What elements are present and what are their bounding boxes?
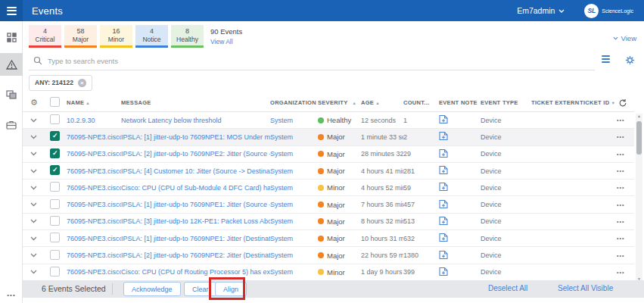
event-name-link[interactable]: 76095-NPE3.cisco.con (67, 150, 121, 158)
search-input[interactable] (48, 57, 502, 65)
row-actions-button[interactable]: ••• (617, 185, 636, 190)
row-expander[interactable] (30, 118, 50, 123)
event-name-link[interactable]: 76095-NPE3.cisco.con (67, 217, 121, 225)
event-message-link[interactable]: IPSLA: [1] jitter-udp-to 7609NPE1: MOS U… (121, 133, 270, 141)
severity-card-notice[interactable]: 4 Notice (135, 25, 168, 48)
event-message-link[interactable]: IPSLA: [3] jitter-udp-to 12K-PE1: Packet… (121, 217, 270, 225)
event-message-link[interactable]: IPSLA: [2] jitter-udp-to 7609NPE2: Jitte… (121, 251, 270, 259)
event-organization-link[interactable]: System (270, 251, 318, 259)
event-message-link[interactable]: IPSLA: [1] jitter-udp-to 7609NPE1: Jitte… (121, 201, 270, 208)
column-header-ticket-id[interactable]: TICKET ID▼ (580, 99, 617, 106)
row-expander[interactable] (30, 169, 50, 173)
event-organization-link[interactable]: System (270, 268, 318, 276)
row-checkbox[interactable] (50, 267, 60, 276)
event-note-button[interactable] (431, 114, 481, 126)
event-note-button[interactable] (431, 182, 481, 193)
select-all-checkbox[interactable] (50, 97, 60, 107)
row-actions-button[interactable]: ••• (617, 253, 636, 258)
event-note-button[interactable] (431, 267, 481, 278)
table-settings-gear-icon[interactable]: ⚙ (30, 98, 50, 108)
column-header-ticket-external-r[interactable]: TICKET EXTERNAL R... (531, 99, 580, 106)
row-checkbox[interactable] (50, 148, 60, 158)
row-actions-button[interactable]: ••• (617, 270, 636, 275)
column-header-count[interactable]: COUNT... (403, 99, 431, 106)
sidebar-item-dashboards[interactable] (0, 26, 23, 48)
scroll-up-icon[interactable]: ▲ (636, 114, 642, 118)
row-expander[interactable] (30, 270, 50, 274)
event-name-link[interactable]: 76095-NPE3.cisco.con (67, 201, 121, 208)
refresh-icon[interactable] (618, 98, 627, 108)
scrollbar-thumb[interactable] (636, 121, 642, 155)
severity-card-healthy[interactable]: 8 Healthy (171, 25, 204, 48)
clear-button[interactable]: Clear (184, 282, 217, 296)
row-expander[interactable] (30, 135, 50, 139)
row-expander[interactable] (30, 186, 50, 190)
row-expander[interactable] (30, 202, 50, 207)
row-expander[interactable] (30, 152, 50, 156)
row-actions-button[interactable]: ••• (617, 202, 636, 208)
row-checkbox[interactable] (50, 233, 60, 242)
row-actions-button[interactable]: ••• (617, 236, 636, 241)
row-checkbox[interactable] (50, 131, 60, 141)
event-note-button[interactable] (431, 233, 481, 244)
column-header-age[interactable]: AGE▲ (361, 99, 403, 106)
row-expander[interactable] (30, 236, 50, 241)
event-message-link[interactable]: IPSLA: [1] jitter-udp-to 7609NPE1: Jitte… (121, 235, 270, 242)
event-name-link[interactable]: 10.2.9.30 (67, 117, 121, 124)
event-note-button[interactable] (431, 148, 481, 160)
event-note-button[interactable] (431, 199, 481, 211)
filter-chip[interactable]: ANY: 214122 × (29, 75, 92, 91)
column-header-event-type[interactable]: EVENT TYPE (481, 99, 531, 106)
column-header-organization[interactable]: ORGANIZATION (270, 99, 318, 106)
row-actions-button[interactable]: ••• (617, 219, 636, 224)
select-all-visible-link[interactable]: Select All Visible (558, 284, 613, 292)
row-checkbox[interactable] (50, 199, 60, 209)
event-name-link[interactable]: 76095-NPE3.cisco.con (67, 167, 121, 175)
event-organization-link[interactable]: System (270, 184, 318, 192)
event-name-link[interactable]: 76095-NPE3.cisco.con (67, 268, 121, 276)
row-expander[interactable] (30, 219, 50, 223)
list-options-icon[interactable] (602, 55, 610, 65)
event-note-button[interactable] (431, 250, 481, 261)
user-menu[interactable]: Em7admin (517, 6, 565, 15)
event-note-button[interactable] (431, 131, 481, 142)
event-message-link[interactable]: IPSLA: [4] Customer 10: Jitter (Source -… (121, 167, 270, 175)
event-organization-link[interactable]: System (270, 201, 318, 208)
sidebar-more-button[interactable]: ••• (0, 292, 23, 298)
severity-card-major[interactable]: 58 Major (64, 25, 97, 48)
row-checkbox[interactable] (50, 182, 60, 192)
row-actions-button[interactable]: ••• (617, 117, 636, 123)
event-note-button[interactable] (431, 216, 481, 227)
severity-card-minor[interactable]: 16 Minor (100, 25, 132, 48)
event-name-link[interactable]: 76095-NPE3.cisco.con (67, 184, 121, 192)
event-note-button[interactable] (431, 165, 481, 176)
column-header-event-note[interactable]: EVENT NOTE (431, 99, 481, 106)
row-checkbox[interactable] (50, 165, 60, 175)
gear-icon[interactable] (625, 55, 635, 65)
sidebar-item-devices[interactable] (0, 83, 23, 106)
hamburger-menu-icon[interactable] (0, 0, 23, 21)
event-organization-link[interactable]: System (270, 217, 318, 225)
vertical-scrollbar[interactable]: ▲ ▼ (636, 114, 642, 281)
row-expander[interactable] (30, 253, 50, 258)
event-message-link[interactable]: Cisco: CPU (CPU of Routing Processor 5) … (121, 268, 270, 276)
event-message-link[interactable]: Network Latency below threshold (121, 117, 270, 124)
view-all-link[interactable]: View All (210, 38, 242, 45)
row-actions-button[interactable]: ••• (617, 134, 636, 139)
event-organization-link[interactable]: System (270, 150, 318, 158)
align-button[interactable]: Align (215, 282, 247, 296)
chip-close-icon[interactable]: × (78, 79, 86, 87)
column-header-message[interactable]: MESSAGE (121, 99, 270, 106)
event-name-link[interactable]: 76095-NPE3.cisco.con (67, 251, 121, 259)
event-organization-link[interactable]: System (270, 235, 318, 242)
deselect-all-link[interactable]: Deselect All (488, 284, 527, 292)
acknowledge-button[interactable]: Acknowledge (123, 282, 181, 296)
view-toggle[interactable]: View (613, 34, 636, 42)
event-organization-link[interactable]: System (270, 167, 318, 175)
event-name-link[interactable]: 76095-NPE3.cisco.con (67, 235, 121, 242)
row-checkbox[interactable] (50, 250, 60, 260)
column-header-name[interactable]: NAME▲ (67, 99, 121, 106)
row-checkbox[interactable] (50, 114, 60, 124)
event-organization-link[interactable]: System (270, 117, 318, 124)
sidebar-item-events[interactable] (0, 53, 23, 76)
